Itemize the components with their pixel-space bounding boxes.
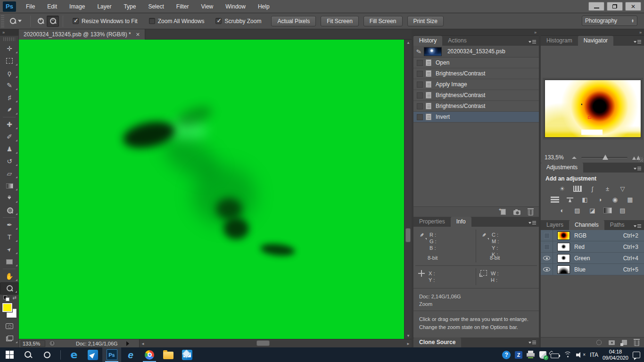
- taskbar-edge-button[interactable]: e: [65, 347, 83, 362]
- status-zoom-field[interactable]: 133,5%: [21, 340, 45, 347]
- levels-adjustment-icon[interactable]: [572, 185, 583, 193]
- brightness-contrast-adjustment-icon[interactable]: ☀: [557, 185, 568, 193]
- tab-history[interactable]: History: [413, 36, 442, 46]
- new-channel-icon[interactable]: [622, 340, 627, 345]
- color-lookup-adjustment-icon[interactable]: ▦: [625, 196, 636, 204]
- zonealarm-tray-icon[interactable]: Z: [515, 351, 522, 359]
- tab-adjustments[interactable]: Adjustments: [541, 163, 583, 173]
- history-source-well[interactable]: [417, 82, 423, 88]
- history-source-well[interactable]: [417, 103, 423, 109]
- close-tab-icon[interactable]: ✕: [136, 32, 140, 38]
- scroll-up-icon[interactable]: ▲: [405, 41, 412, 45]
- resize-grip-icon[interactable]: [638, 157, 643, 162]
- panel-menu-icon[interactable]: [528, 40, 536, 44]
- history-state-invert[interactable]: Invert: [413, 112, 539, 123]
- checkbox-resize-windows-to-fit[interactable]: Resize Windows to Fit: [73, 18, 138, 25]
- tools-collapse-button[interactable]: »: [0, 29, 18, 36]
- vibrance-adjustment-icon[interactable]: ▽: [618, 185, 628, 193]
- color-balance-adjustment-icon[interactable]: [565, 196, 575, 204]
- curves-adjustment-icon[interactable]: ʃ: [587, 185, 598, 193]
- delete-state-icon[interactable]: [528, 210, 533, 215]
- hand-tool[interactable]: ✋: [0, 270, 19, 282]
- tab-histogram[interactable]: Histogram: [541, 36, 578, 46]
- checkbox-icon[interactable]: [215, 18, 222, 24]
- horizontal-scroll-thumb[interactable]: [256, 340, 270, 346]
- checkbox-icon[interactable]: [73, 18, 79, 24]
- tab-layers[interactable]: Layers: [541, 220, 569, 230]
- action-center-icon[interactable]: [633, 352, 640, 358]
- history-brush-tool[interactable]: ↺: [0, 155, 19, 167]
- type-tool[interactable]: T: [0, 231, 19, 243]
- dodge-tool[interactable]: [0, 204, 19, 216]
- checkbox-icon[interactable]: [149, 18, 155, 24]
- menu-layer[interactable]: Layer: [91, 0, 117, 13]
- blur-tool[interactable]: ♠: [0, 192, 19, 204]
- visibility-eye-icon[interactable]: [541, 253, 553, 263]
- vertical-scrollbar[interactable]: ▲ ▼: [404, 40, 412, 339]
- scroll-left-icon[interactable]: ◄: [140, 342, 145, 346]
- taskbar-ie-button[interactable]: e: [121, 347, 140, 362]
- load-selection-icon[interactable]: [596, 340, 602, 345]
- clock[interactable]: 04:18 09/04/2020: [603, 349, 628, 361]
- cortana-button[interactable]: [38, 347, 57, 362]
- navigator-zoom-slider[interactable]: [581, 157, 627, 158]
- screen-mode-button[interactable]: [0, 332, 19, 345]
- channel-row-red[interactable]: RedCtrl+3: [541, 241, 644, 253]
- threshold-adjustment-icon[interactable]: ◪: [587, 206, 598, 214]
- zoom-out-mode-button[interactable]: –: [47, 16, 59, 27]
- new-document-from-state-icon[interactable]: [501, 209, 506, 215]
- delete-channel-icon[interactable]: [634, 340, 639, 346]
- scroll-down-icon[interactable]: ▼: [405, 334, 412, 338]
- menu-window[interactable]: Window: [219, 0, 252, 13]
- history-snapshot-row[interactable]: ✎ 20200324_153245.psb: [413, 46, 539, 58]
- close-button[interactable]: ✕: [625, 2, 641, 11]
- save-selection-icon[interactable]: [609, 340, 615, 345]
- tab-clone-source[interactable]: Clone Source: [413, 337, 461, 347]
- taskbar-chrome-button[interactable]: [140, 347, 159, 362]
- checkbox-scrubby-zoom[interactable]: Scrubby Zoom: [215, 18, 261, 25]
- posterize-adjustment-icon[interactable]: ▨: [572, 206, 583, 214]
- channel-row-green[interactable]: GreenCtrl+4: [541, 253, 644, 264]
- gradient-map-adjustment-icon[interactable]: [603, 206, 613, 214]
- navigator-proxy-view-box[interactable]: [588, 116, 591, 119]
- history-state-brightness-contrast[interactable]: Brightness/Contrast: [413, 90, 539, 101]
- navigator-thumbnail[interactable]: [545, 80, 641, 138]
- menu-view[interactable]: View: [195, 0, 219, 13]
- lasso-tool[interactable]: ϙ: [0, 67, 19, 79]
- start-button[interactable]: [0, 347, 19, 362]
- history-state-apply-image[interactable]: Apply Image: [413, 79, 539, 90]
- history-source-well[interactable]: [417, 114, 423, 120]
- checkbox-zoom-all-windows[interactable]: Zoom All Windows: [149, 18, 205, 25]
- menu-type[interactable]: Type: [117, 0, 142, 13]
- print-size-button[interactable]: Print Size: [407, 16, 444, 26]
- history-source-well[interactable]: [417, 92, 423, 99]
- crop-tool[interactable]: ♯: [0, 91, 19, 104]
- menu-image[interactable]: Image: [63, 0, 91, 13]
- panel-collapse-strip[interactable]: »: [413, 29, 539, 36]
- foreground-color-swatch[interactable]: [2, 303, 12, 312]
- move-tool[interactable]: ✛: [0, 42, 19, 55]
- keyboard-language[interactable]: ITA: [590, 352, 598, 358]
- channel-row-blue[interactable]: BlueCtrl+5: [541, 264, 644, 275]
- panel-collapse-strip[interactable]: »: [541, 29, 644, 36]
- actual-pixels-button[interactable]: Actual Pixels: [271, 16, 316, 26]
- history-state-brightness-contrast[interactable]: Brightness/Contrast: [413, 68, 539, 79]
- rectangular-marquee-tool[interactable]: [0, 55, 19, 67]
- power-plug-icon[interactable]: [551, 354, 559, 358]
- quick-selection-tool[interactable]: ✎: [0, 79, 19, 91]
- black-white-adjustment-icon[interactable]: ◧: [580, 196, 590, 204]
- status-menu-arrow[interactable]: [126, 341, 129, 346]
- history-source-well[interactable]: [417, 60, 423, 66]
- minimize-button[interactable]: [588, 2, 604, 11]
- tab-actions[interactable]: Actions: [442, 36, 472, 46]
- history-source-well[interactable]: [417, 71, 423, 77]
- spot-healing-brush-tool[interactable]: ✚: [0, 118, 19, 131]
- visibility-well-empty[interactable]: [541, 241, 553, 252]
- navigator-zoom-value[interactable]: 133,5%: [545, 154, 567, 161]
- panel-menu-icon[interactable]: [634, 224, 641, 228]
- vertical-scroll-thumb[interactable]: [405, 228, 411, 242]
- new-snapshot-icon[interactable]: [513, 210, 520, 215]
- tab-paths[interactable]: Paths: [604, 220, 630, 230]
- workspace-switcher[interactable]: Photography ▲▼: [582, 16, 637, 26]
- selective-color-adjustment-icon[interactable]: ▤: [618, 206, 628, 214]
